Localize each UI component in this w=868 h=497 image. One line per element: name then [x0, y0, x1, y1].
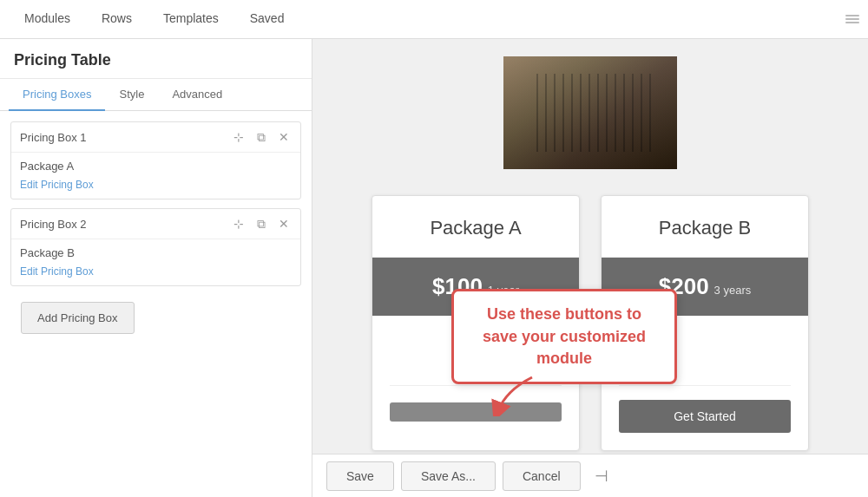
tabs-row: Pricing Boxes Style Advanced [0, 79, 312, 111]
card-b-btn-area: Get Started [602, 400, 808, 450]
pricing-box-2-title: Pricing Box 2 [20, 218, 231, 231]
card-b-price-period: 3 years [714, 284, 752, 297]
box-2-icons: ⊹ ⧉ ✕ [231, 216, 292, 232]
callout-text: Use these buttons to save your customize… [470, 304, 659, 369]
save-as-button[interactable]: Save As... [401, 461, 496, 491]
callout-tooltip: Use these buttons to save your customize… [451, 289, 677, 384]
pricing-box-1-body: Package A Edit Pricing Box [11, 153, 300, 199]
tab-advanced[interactable]: Advanced [158, 79, 236, 111]
card-b-divider [619, 385, 791, 386]
edit-pricing-box-2-link[interactable]: Edit Pricing Box [20, 265, 94, 278]
collapse-icon[interactable]: ⊣ [595, 467, 608, 486]
pricing-box-1-header: Pricing Box 1 ⊹ ⧉ ✕ [11, 122, 300, 153]
nav-templates[interactable]: Templates [148, 0, 234, 39]
pricing-box-1-title: Pricing Box 1 [20, 131, 231, 144]
move-icon-2[interactable]: ⊹ [231, 216, 247, 232]
box-2-package-name: Package B [20, 246, 292, 259]
card-b-title: Package B [602, 196, 808, 258]
bottom-toolbar: Save Save As... Cancel ⊣ [312, 454, 868, 497]
box-1-package-name: Package A [20, 160, 292, 173]
main-layout: Pricing Table Pricing Boxes Style Advanc… [0, 39, 868, 497]
callout-arrow [489, 373, 541, 416]
save-button[interactable]: Save [326, 461, 394, 491]
cancel-button[interactable]: Cancel [503, 461, 581, 491]
panel-title: Pricing Table [0, 39, 312, 79]
nav-rows[interactable]: Rows [86, 0, 148, 39]
close-icon-2[interactable]: ✕ [276, 216, 292, 232]
move-icon-1[interactable]: ⊹ [231, 129, 247, 145]
box-1-icons: ⊹ ⧉ ✕ [231, 129, 292, 145]
add-pricing-box-button[interactable]: Add Pricing Box [21, 302, 135, 334]
nav-modules[interactable]: Modules [9, 0, 86, 39]
nav-saved[interactable]: Saved [234, 0, 300, 39]
card-a-title: Package A [372, 196, 579, 258]
copy-icon-2[interactable]: ⧉ [253, 216, 269, 232]
pricing-box-2-header: Pricing Box 2 ⊹ ⧉ ✕ [11, 209, 300, 239]
tab-pricing-boxes[interactable]: Pricing Boxes [9, 79, 105, 111]
top-nav: Modules Rows Templates Saved [0, 0, 868, 39]
pricing-box-2-body: Package B Edit Pricing Box [11, 239, 300, 285]
edit-pricing-box-1-link[interactable]: Edit Pricing Box [20, 179, 94, 191]
pricing-box-1: Pricing Box 1 ⊹ ⧉ ✕ Package A Edit Prici… [10, 121, 301, 199]
pricing-box-2: Pricing Box 2 ⊹ ⧉ ✕ Package B Edit Prici… [10, 208, 301, 286]
left-panel: Pricing Table Pricing Boxes Style Advanc… [0, 39, 312, 497]
card-a-btn-area [372, 400, 579, 439]
close-icon-1[interactable]: ✕ [276, 129, 292, 145]
right-area: Package A $100 1 year Package B $200 [312, 39, 868, 497]
copy-icon-1[interactable]: ⧉ [253, 129, 269, 145]
drag-handle[interactable] [845, 15, 859, 23]
content-area: Package A $100 1 year Package B $200 [312, 39, 868, 454]
guitar-image [503, 56, 677, 169]
panel-content: Pricing Box 1 ⊹ ⧉ ✕ Package A Edit Prici… [0, 111, 312, 497]
card-b-button[interactable]: Get Started [619, 400, 791, 433]
tab-style[interactable]: Style [105, 79, 158, 111]
